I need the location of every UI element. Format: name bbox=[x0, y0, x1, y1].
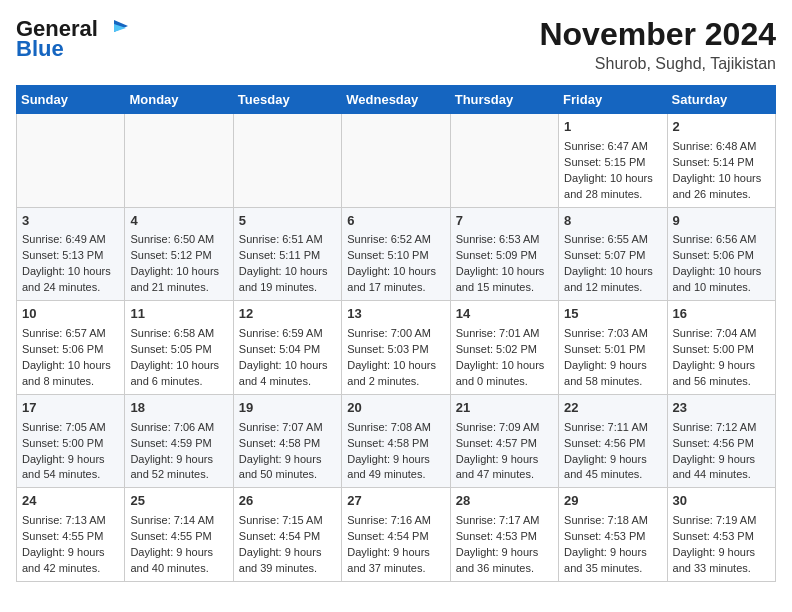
day-info: Sunrise: 7:16 AM Sunset: 4:54 PM Dayligh… bbox=[347, 513, 444, 577]
day-number: 11 bbox=[130, 305, 227, 324]
day-info: Sunrise: 7:08 AM Sunset: 4:58 PM Dayligh… bbox=[347, 420, 444, 484]
day-info: Sunrise: 7:07 AM Sunset: 4:58 PM Dayligh… bbox=[239, 420, 336, 484]
calendar-cell: 28Sunrise: 7:17 AM Sunset: 4:53 PM Dayli… bbox=[450, 488, 558, 582]
day-number: 16 bbox=[673, 305, 770, 324]
day-number: 2 bbox=[673, 118, 770, 137]
calendar-cell: 16Sunrise: 7:04 AM Sunset: 5:00 PM Dayli… bbox=[667, 301, 775, 395]
calendar-table: SundayMondayTuesdayWednesdayThursdayFrid… bbox=[16, 85, 776, 582]
logo-blue: Blue bbox=[16, 36, 64, 62]
day-number: 9 bbox=[673, 212, 770, 231]
day-number: 28 bbox=[456, 492, 553, 511]
day-info: Sunrise: 6:55 AM Sunset: 5:07 PM Dayligh… bbox=[564, 232, 661, 296]
day-number: 13 bbox=[347, 305, 444, 324]
day-number: 20 bbox=[347, 399, 444, 418]
weekday-header-saturday: Saturday bbox=[667, 86, 775, 114]
day-number: 18 bbox=[130, 399, 227, 418]
calendar-cell: 22Sunrise: 7:11 AM Sunset: 4:56 PM Dayli… bbox=[559, 394, 667, 488]
month-title: November 2024 bbox=[539, 16, 776, 53]
title-section: November 2024 Shurob, Sughd, Tajikistan bbox=[539, 16, 776, 73]
day-info: Sunrise: 7:17 AM Sunset: 4:53 PM Dayligh… bbox=[456, 513, 553, 577]
calendar-cell bbox=[17, 114, 125, 208]
calendar-cell bbox=[125, 114, 233, 208]
day-info: Sunrise: 6:58 AM Sunset: 5:05 PM Dayligh… bbox=[130, 326, 227, 390]
calendar-cell bbox=[450, 114, 558, 208]
day-number: 26 bbox=[239, 492, 336, 511]
calendar-week-row: 1Sunrise: 6:47 AM Sunset: 5:15 PM Daylig… bbox=[17, 114, 776, 208]
day-info: Sunrise: 7:09 AM Sunset: 4:57 PM Dayligh… bbox=[456, 420, 553, 484]
day-number: 21 bbox=[456, 399, 553, 418]
day-info: Sunrise: 6:49 AM Sunset: 5:13 PM Dayligh… bbox=[22, 232, 119, 296]
day-number: 8 bbox=[564, 212, 661, 231]
day-number: 22 bbox=[564, 399, 661, 418]
calendar-cell: 14Sunrise: 7:01 AM Sunset: 5:02 PM Dayli… bbox=[450, 301, 558, 395]
day-number: 29 bbox=[564, 492, 661, 511]
day-number: 25 bbox=[130, 492, 227, 511]
calendar-week-row: 10Sunrise: 6:57 AM Sunset: 5:06 PM Dayli… bbox=[17, 301, 776, 395]
calendar-cell: 1Sunrise: 6:47 AM Sunset: 5:15 PM Daylig… bbox=[559, 114, 667, 208]
calendar-cell: 21Sunrise: 7:09 AM Sunset: 4:57 PM Dayli… bbox=[450, 394, 558, 488]
calendar-header-row: SundayMondayTuesdayWednesdayThursdayFrid… bbox=[17, 86, 776, 114]
weekday-header-tuesday: Tuesday bbox=[233, 86, 341, 114]
calendar-cell: 5Sunrise: 6:51 AM Sunset: 5:11 PM Daylig… bbox=[233, 207, 341, 301]
calendar-cell: 8Sunrise: 6:55 AM Sunset: 5:07 PM Daylig… bbox=[559, 207, 667, 301]
calendar-cell: 3Sunrise: 6:49 AM Sunset: 5:13 PM Daylig… bbox=[17, 207, 125, 301]
day-number: 27 bbox=[347, 492, 444, 511]
calendar-cell: 7Sunrise: 6:53 AM Sunset: 5:09 PM Daylig… bbox=[450, 207, 558, 301]
calendar-cell: 13Sunrise: 7:00 AM Sunset: 5:03 PM Dayli… bbox=[342, 301, 450, 395]
calendar-cell: 11Sunrise: 6:58 AM Sunset: 5:05 PM Dayli… bbox=[125, 301, 233, 395]
day-number: 30 bbox=[673, 492, 770, 511]
day-info: Sunrise: 7:03 AM Sunset: 5:01 PM Dayligh… bbox=[564, 326, 661, 390]
day-number: 6 bbox=[347, 212, 444, 231]
day-number: 15 bbox=[564, 305, 661, 324]
day-number: 7 bbox=[456, 212, 553, 231]
day-number: 24 bbox=[22, 492, 119, 511]
calendar-cell: 2Sunrise: 6:48 AM Sunset: 5:14 PM Daylig… bbox=[667, 114, 775, 208]
day-number: 23 bbox=[673, 399, 770, 418]
day-number: 4 bbox=[130, 212, 227, 231]
calendar-cell: 25Sunrise: 7:14 AM Sunset: 4:55 PM Dayli… bbox=[125, 488, 233, 582]
day-info: Sunrise: 6:51 AM Sunset: 5:11 PM Dayligh… bbox=[239, 232, 336, 296]
day-info: Sunrise: 7:18 AM Sunset: 4:53 PM Dayligh… bbox=[564, 513, 661, 577]
weekday-header-wednesday: Wednesday bbox=[342, 86, 450, 114]
day-info: Sunrise: 7:01 AM Sunset: 5:02 PM Dayligh… bbox=[456, 326, 553, 390]
calendar-cell: 20Sunrise: 7:08 AM Sunset: 4:58 PM Dayli… bbox=[342, 394, 450, 488]
calendar-cell: 9Sunrise: 6:56 AM Sunset: 5:06 PM Daylig… bbox=[667, 207, 775, 301]
calendar-cell: 12Sunrise: 6:59 AM Sunset: 5:04 PM Dayli… bbox=[233, 301, 341, 395]
calendar-cell bbox=[233, 114, 341, 208]
calendar-cell: 17Sunrise: 7:05 AM Sunset: 5:00 PM Dayli… bbox=[17, 394, 125, 488]
day-info: Sunrise: 7:00 AM Sunset: 5:03 PM Dayligh… bbox=[347, 326, 444, 390]
logo: General Blue bbox=[16, 16, 128, 62]
calendar-cell: 15Sunrise: 7:03 AM Sunset: 5:01 PM Dayli… bbox=[559, 301, 667, 395]
calendar-cell: 4Sunrise: 6:50 AM Sunset: 5:12 PM Daylig… bbox=[125, 207, 233, 301]
page-header: General Blue November 2024 Shurob, Sughd… bbox=[16, 16, 776, 73]
day-info: Sunrise: 6:56 AM Sunset: 5:06 PM Dayligh… bbox=[673, 232, 770, 296]
day-info: Sunrise: 6:53 AM Sunset: 5:09 PM Dayligh… bbox=[456, 232, 553, 296]
calendar-cell: 23Sunrise: 7:12 AM Sunset: 4:56 PM Dayli… bbox=[667, 394, 775, 488]
day-info: Sunrise: 6:59 AM Sunset: 5:04 PM Dayligh… bbox=[239, 326, 336, 390]
day-info: Sunrise: 6:50 AM Sunset: 5:12 PM Dayligh… bbox=[130, 232, 227, 296]
calendar-cell: 10Sunrise: 6:57 AM Sunset: 5:06 PM Dayli… bbox=[17, 301, 125, 395]
weekday-header-monday: Monday bbox=[125, 86, 233, 114]
day-number: 12 bbox=[239, 305, 336, 324]
day-info: Sunrise: 7:14 AM Sunset: 4:55 PM Dayligh… bbox=[130, 513, 227, 577]
day-number: 5 bbox=[239, 212, 336, 231]
calendar-week-row: 24Sunrise: 7:13 AM Sunset: 4:55 PM Dayli… bbox=[17, 488, 776, 582]
day-number: 19 bbox=[239, 399, 336, 418]
day-info: Sunrise: 6:48 AM Sunset: 5:14 PM Dayligh… bbox=[673, 139, 770, 203]
calendar-cell: 6Sunrise: 6:52 AM Sunset: 5:10 PM Daylig… bbox=[342, 207, 450, 301]
calendar-cell: 24Sunrise: 7:13 AM Sunset: 4:55 PM Dayli… bbox=[17, 488, 125, 582]
calendar-week-row: 3Sunrise: 6:49 AM Sunset: 5:13 PM Daylig… bbox=[17, 207, 776, 301]
location: Shurob, Sughd, Tajikistan bbox=[539, 55, 776, 73]
day-info: Sunrise: 7:11 AM Sunset: 4:56 PM Dayligh… bbox=[564, 420, 661, 484]
day-info: Sunrise: 7:06 AM Sunset: 4:59 PM Dayligh… bbox=[130, 420, 227, 484]
calendar-cell: 18Sunrise: 7:06 AM Sunset: 4:59 PM Dayli… bbox=[125, 394, 233, 488]
day-info: Sunrise: 7:04 AM Sunset: 5:00 PM Dayligh… bbox=[673, 326, 770, 390]
calendar-cell: 29Sunrise: 7:18 AM Sunset: 4:53 PM Dayli… bbox=[559, 488, 667, 582]
day-number: 3 bbox=[22, 212, 119, 231]
calendar-cell bbox=[342, 114, 450, 208]
calendar-cell: 26Sunrise: 7:15 AM Sunset: 4:54 PM Dayli… bbox=[233, 488, 341, 582]
day-info: Sunrise: 6:52 AM Sunset: 5:10 PM Dayligh… bbox=[347, 232, 444, 296]
day-info: Sunrise: 6:57 AM Sunset: 5:06 PM Dayligh… bbox=[22, 326, 119, 390]
day-number: 17 bbox=[22, 399, 119, 418]
day-info: Sunrise: 7:15 AM Sunset: 4:54 PM Dayligh… bbox=[239, 513, 336, 577]
